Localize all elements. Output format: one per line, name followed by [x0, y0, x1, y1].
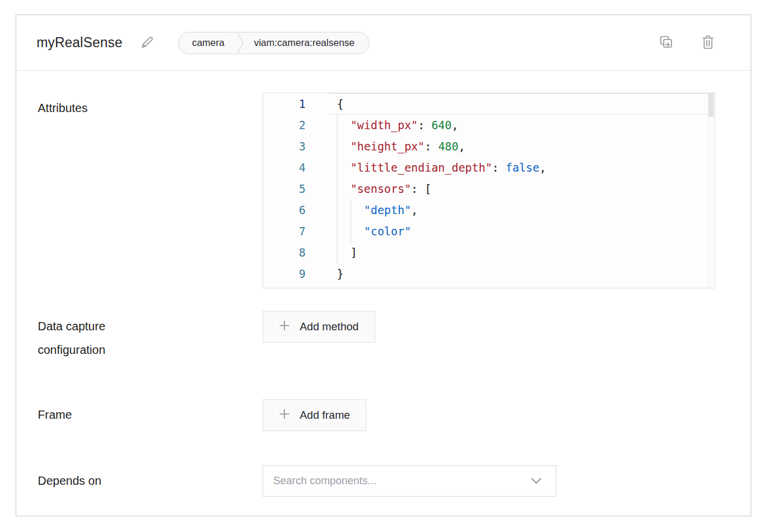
- json-editor-lines: 1{2 "width_px": 640,3 "height_px": 480,4…: [263, 93, 714, 284]
- line-number: 5: [263, 178, 329, 199]
- code-line-content[interactable]: "little_endian_depth": false,: [329, 157, 714, 178]
- frame-row: Frame Add frame: [38, 399, 750, 431]
- depends-on-row: Depends on: [38, 465, 750, 497]
- code-line: 1{: [263, 93, 714, 114]
- duplicate-icon: [658, 34, 674, 51]
- add-frame-label: Add frame: [300, 409, 350, 422]
- rename-button[interactable]: [139, 34, 156, 52]
- card-body: Attributes 1{2 "width_px": 640,3 "height…: [17, 71, 750, 497]
- trash-icon: [701, 34, 715, 52]
- depends-on-label: Depends on: [38, 465, 263, 492]
- code-line: 9}: [263, 263, 714, 284]
- line-number: 6: [263, 199, 329, 221]
- json-attributes-editor[interactable]: 1{2 "width_px": 640,3 "height_px": 480,4…: [263, 93, 715, 288]
- data-capture-row: Data capture configuration Add method: [38, 311, 750, 362]
- component-card: myRealSense camera viam:camera:realsense: [15, 14, 752, 517]
- code-line: 8 ]: [263, 242, 714, 263]
- add-method-button[interactable]: Add method: [263, 311, 375, 343]
- attributes-label: Attributes: [38, 93, 263, 120]
- line-number: 1: [263, 93, 329, 114]
- code-line-content[interactable]: ]: [329, 242, 714, 263]
- code-line-content[interactable]: {: [329, 93, 714, 114]
- line-number: 2: [263, 114, 329, 136]
- card-header: myRealSense camera viam:camera:realsense: [17, 15, 750, 71]
- line-number: 3: [263, 136, 329, 157]
- code-line-content[interactable]: "height_px": 480,: [329, 136, 714, 157]
- delete-button[interactable]: [700, 33, 716, 53]
- line-number: 7: [263, 221, 329, 242]
- code-line: 3 "height_px": 480,: [263, 136, 714, 157]
- header-actions: [657, 33, 716, 53]
- search-components-input[interactable]: [263, 466, 556, 496]
- code-line-content[interactable]: "width_px": 640,: [329, 114, 714, 136]
- component-name-title: myRealSense: [37, 35, 122, 51]
- badge-type-label: camera: [179, 37, 237, 48]
- plus-icon: [279, 409, 290, 422]
- code-line: 5 "sensors": [: [263, 178, 714, 199]
- pencil-icon: [140, 35, 155, 51]
- frame-label: Frame: [38, 399, 263, 426]
- breadcrumb-chevron-icon: [237, 32, 244, 54]
- code-line-content[interactable]: }: [329, 263, 714, 284]
- type-badge: camera viam:camera:realsense: [178, 32, 369, 54]
- add-frame-button[interactable]: Add frame: [263, 399, 366, 431]
- line-number: 4: [263, 157, 329, 178]
- line-number: 8: [263, 242, 329, 263]
- add-method-label: Add method: [300, 320, 359, 333]
- code-line-content[interactable]: "color": [329, 221, 714, 242]
- depends-on-select[interactable]: [263, 465, 556, 497]
- attributes-row: Attributes 1{2 "width_px": 640,3 "height…: [38, 93, 750, 288]
- code-line-content[interactable]: "depth",: [329, 199, 714, 221]
- editor-scrollbar-thumb[interactable]: [709, 93, 714, 117]
- code-line: 4 "little_endian_depth": false,: [263, 157, 714, 178]
- code-line-content[interactable]: "sensors": [: [329, 178, 714, 199]
- duplicate-button[interactable]: [657, 33, 675, 52]
- code-line: 7 "color": [263, 221, 714, 242]
- badge-model-label: viam:camera:realsense: [244, 37, 355, 48]
- code-line: 6 "depth",: [263, 199, 714, 221]
- editor-scrollbar[interactable]: [708, 93, 714, 288]
- code-line: 2 "width_px": 640,: [263, 114, 714, 136]
- line-number: 9: [263, 263, 329, 284]
- plus-icon: [279, 320, 290, 334]
- data-capture-label: Data capture configuration: [38, 311, 263, 362]
